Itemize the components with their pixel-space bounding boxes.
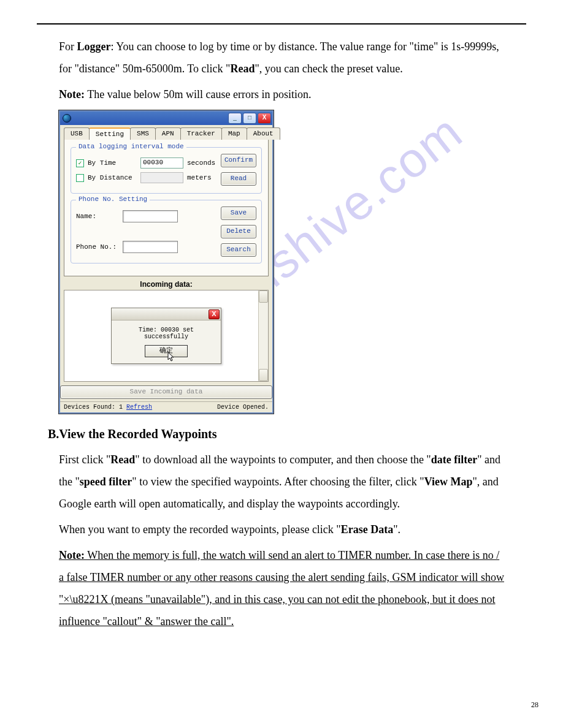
para-b-note: Note: When the memory is full, the watch…: [59, 544, 504, 632]
t: date filter: [431, 453, 477, 466]
group-logging-legend: Data logging interval mode: [76, 143, 186, 150]
t: Erase Data: [341, 523, 393, 536]
tab-apn[interactable]: APN: [155, 127, 181, 140]
save-incoming-row: Save Incoming data: [60, 385, 272, 399]
t: Read: [230, 63, 255, 75]
tab-sms[interactable]: SMS: [130, 127, 156, 140]
dialog-body: Time: 00030 set successfully 确定: [112, 320, 221, 363]
status-right: Device Opened.: [217, 404, 269, 411]
settings-panel: Data logging interval mode ✓ By Time 000…: [64, 140, 269, 276]
input-name[interactable]: [123, 210, 178, 222]
checkbox-by-time[interactable]: ✓: [76, 159, 84, 167]
page-number: 28: [531, 700, 538, 710]
section-b-heading: B.View the Recorded Waypoints: [48, 427, 526, 441]
input-phone[interactable]: [123, 241, 178, 253]
group-logging: Data logging interval mode ✓ By Time 000…: [71, 147, 262, 194]
intro-paragraphs: For Logger: You can choose to log by tim…: [59, 36, 504, 105]
t: Logger: [77, 40, 111, 53]
para-b2: When you want to empty the recorded wayp…: [59, 518, 504, 540]
dialog-ok-button[interactable]: 确定: [145, 345, 188, 357]
app-window: _ □ X USB Setting SMS APN Tracker Map Ab…: [59, 110, 274, 414]
t: The value below 50m will cause errors in…: [85, 88, 312, 100]
label-by-distance: By Distance: [88, 174, 137, 181]
t: Read: [110, 453, 135, 466]
tab-setting[interactable]: Setting: [89, 127, 131, 140]
tab-tracker[interactable]: Tracker: [180, 127, 222, 140]
message-dialog: X Time: 00030 set successfully 确定: [111, 308, 221, 364]
scroll-up-icon[interactable]: [259, 290, 268, 303]
t: ", you can check the preset value.: [255, 63, 402, 75]
para-note1: Note: The value below 50m will cause err…: [59, 83, 504, 105]
phone-buttons: Save Delete Search: [221, 207, 256, 257]
group-phone-legend: Phone No. Setting: [76, 195, 150, 203]
input-by-distance[interactable]: [140, 172, 183, 183]
t: " to download all the waypoints to compu…: [135, 453, 431, 466]
dialog-close-button[interactable]: X: [209, 309, 220, 319]
cursor-icon: [167, 352, 176, 363]
t: First click ": [59, 453, 110, 466]
read-button[interactable]: Read: [221, 172, 256, 186]
t: When you want to empty the recorded wayp…: [59, 523, 341, 536]
row-name: Name:: [76, 210, 221, 222]
label-phone: Phone No.:: [76, 243, 119, 251]
search-button[interactable]: Search: [221, 243, 256, 257]
t: Note:: [59, 549, 85, 561]
checkbox-by-distance[interactable]: ✓: [76, 174, 84, 182]
t: For: [59, 40, 77, 53]
top-rule: [37, 23, 526, 25]
maximize-button[interactable]: □: [243, 113, 256, 124]
label-meters: meters: [187, 174, 212, 181]
scroll-down-icon[interactable]: [259, 369, 268, 381]
t: Devices Found: 1: [64, 404, 126, 411]
close-button[interactable]: X: [258, 113, 271, 124]
para-logger: For Logger: You can choose to log by tim…: [59, 36, 504, 80]
status-left: Devices Found: 1 Refresh: [64, 404, 152, 411]
label-by-time: By Time: [88, 159, 137, 167]
t: When the memory is full, the watch will …: [59, 549, 504, 628]
row-by-distance: ✓ By Distance meters: [76, 172, 221, 183]
save-incoming-button[interactable]: Save Incoming data: [60, 385, 272, 399]
tab-usb[interactable]: USB: [64, 127, 90, 140]
para-b1: First click "Read" to download all the w…: [59, 449, 504, 515]
section-b-body: First click "Read" to download all the w…: [59, 449, 504, 632]
refresh-link[interactable]: Refresh: [126, 404, 152, 411]
t: Note:: [59, 88, 85, 100]
t: speed filter: [80, 476, 132, 488]
tab-map[interactable]: Map: [221, 127, 247, 140]
tab-strip: USB Setting SMS APN Tracker Map About: [60, 125, 272, 140]
scrollbar[interactable]: [258, 290, 268, 381]
incoming-box: X Time: 00030 set successfully 确定: [64, 290, 269, 382]
save-button[interactable]: Save: [221, 207, 256, 220]
input-by-time[interactable]: 00030: [140, 157, 183, 169]
logging-buttons: Confirm Read: [221, 154, 256, 187]
minimize-button[interactable]: _: [228, 113, 242, 124]
tab-about[interactable]: About: [247, 127, 280, 140]
dialog-text: Time: 00030 set successfully: [117, 327, 216, 340]
dialog-titlebar: X: [112, 308, 221, 320]
app-icon: [63, 114, 71, 123]
group-phone: Phone No. Setting Name: Phone No.: Save …: [71, 200, 262, 264]
t: ".: [393, 523, 400, 536]
label-seconds: seconds: [187, 159, 215, 167]
delete-button[interactable]: Delete: [221, 225, 256, 238]
status-bar: Devices Found: 1 Refresh Device Opened.: [60, 401, 272, 412]
t: View Map: [424, 476, 473, 488]
label-name: Name:: [76, 213, 119, 220]
row-phone: Phone No.:: [76, 241, 221, 253]
titlebar: _ □ X: [60, 110, 272, 125]
t: " to view the specified waypoints. After…: [132, 476, 424, 488]
row-by-time: ✓ By Time 00030 seconds: [76, 157, 221, 169]
window-buttons: _ □ X: [228, 113, 271, 124]
incoming-heading: Incoming data:: [60, 280, 272, 289]
confirm-button[interactable]: Confirm: [221, 154, 256, 167]
